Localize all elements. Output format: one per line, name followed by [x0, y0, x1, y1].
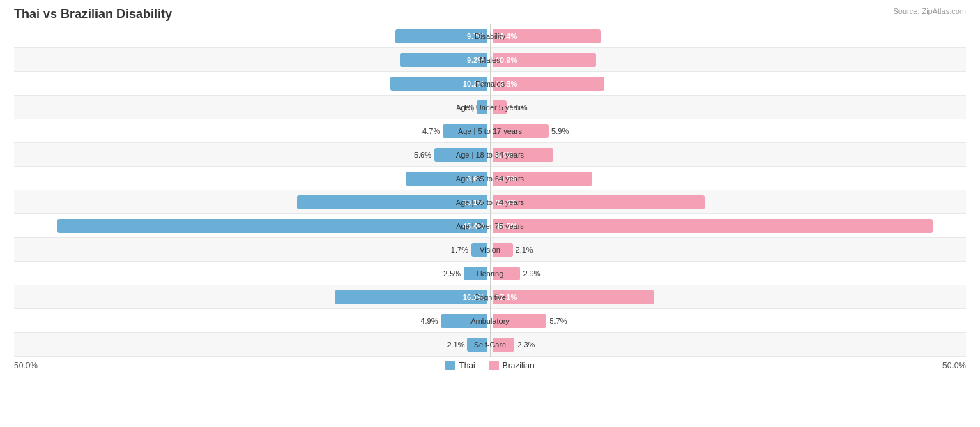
- left-side: 2.5%: [14, 262, 490, 285]
- legend-item-thai: Thai: [445, 361, 475, 370]
- source-text: Source: ZipAtlas.com: [893, 7, 966, 15]
- val-thai: 5.6%: [414, 151, 431, 159]
- val-thai: 20.1%: [463, 198, 484, 207]
- val-thai: 8.6%: [467, 174, 484, 183]
- bar-brazilian: 11.8%: [493, 77, 604, 91]
- bar-brazilian: 17.1%: [493, 290, 654, 304]
- right-side: 1.5%: [490, 96, 966, 119]
- val-thai: 4.9%: [420, 317, 438, 325]
- right-side: 11.8%: [490, 72, 966, 95]
- chart-title: Thai vs Brazilian Disability: [14, 7, 966, 22]
- right-side: 11.4%: [490, 24, 966, 47]
- bar-thai: 45.4%: [57, 219, 487, 233]
- footer-right: 50.0%: [942, 361, 966, 370]
- bar-brazilian: 11.4%: [493, 29, 601, 43]
- val-brazilian: 2.9%: [523, 269, 540, 278]
- bar-thai: [441, 314, 487, 328]
- bar-thai: [464, 267, 487, 280]
- left-side: 1.1%: [14, 96, 490, 119]
- val-brazilian: 10.9%: [496, 56, 517, 64]
- val-brazilian: 17.1%: [496, 293, 517, 301]
- bar-brazilian: 10.5%: [493, 172, 592, 186]
- val-thai: 9.7%: [467, 32, 484, 40]
- bar-thai: 16.1%: [335, 290, 487, 304]
- right-side: 5.7%: [490, 309, 966, 332]
- bar-thai: 8.6%: [406, 172, 487, 186]
- right-side: 22.4%: [490, 190, 966, 214]
- left-side: 10.2%: [14, 72, 490, 95]
- left-side: 5.6%: [14, 143, 490, 166]
- val-brazilian: 2.1%: [516, 246, 533, 254]
- val-brazilian: 11.8%: [496, 80, 517, 88]
- right-side: 5.9%: [490, 119, 966, 142]
- val-thai: 4.7%: [422, 127, 440, 135]
- val-thai: 1.7%: [451, 246, 468, 254]
- bar-thai: [477, 100, 487, 114]
- val-brazilian: 46.5%: [496, 222, 517, 230]
- bar-brazilian: [493, 243, 513, 257]
- bar-brazilian: 46.5%: [493, 219, 933, 233]
- left-side: 16.1%: [14, 285, 490, 308]
- val-brazilian: 2.3%: [517, 340, 535, 349]
- val-thai: 9.2%: [467, 56, 484, 64]
- left-side: 8.6%: [14, 167, 490, 190]
- val-thai: 45.4%: [463, 222, 484, 230]
- bar-thai: [471, 243, 487, 257]
- left-side: 9.7%: [14, 24, 490, 47]
- val-brazilian: 5.9%: [551, 127, 569, 135]
- legend-label-brazilian: Brazilian: [503, 361, 535, 370]
- legend-item-brazilian: Brazilian: [489, 361, 535, 370]
- bar-thai: [434, 148, 487, 162]
- axis-line: [490, 24, 491, 357]
- left-side: 4.7%: [14, 119, 490, 142]
- bar-thai: 9.7%: [395, 29, 487, 43]
- bar-brazilian: [493, 338, 514, 352]
- val-brazilian: 11.4%: [496, 32, 517, 40]
- val-brazilian: 5.7%: [549, 317, 567, 325]
- right-side: 46.5%: [490, 214, 966, 237]
- bar-brazilian: [493, 314, 546, 328]
- chart-area: 9.7% Disability 11.4% 9.2% Males 10.9% 1…: [14, 24, 966, 357]
- legend-box-brazilian: [489, 361, 499, 370]
- right-side: 2.3%: [490, 333, 966, 356]
- val-thai: 16.1%: [463, 293, 484, 301]
- bar-brazilian: 6.4%: [493, 148, 553, 162]
- val-brazilian: 22.4%: [496, 198, 517, 207]
- val-brazilian: 1.5%: [510, 103, 527, 112]
- val-thai: 10.2%: [463, 80, 484, 88]
- footer: 50.0% Thai Brazilian 50.0%: [14, 361, 966, 370]
- legend-label-thai: Thai: [459, 361, 475, 370]
- right-side: 10.5%: [490, 167, 966, 190]
- chart-container: Thai vs Brazilian Disability Source: Zip…: [0, 0, 980, 427]
- bar-brazilian: [493, 267, 520, 280]
- val-thai: 2.5%: [443, 269, 461, 278]
- legend: Thai Brazilian: [445, 361, 534, 370]
- legend-box-thai: [445, 361, 455, 370]
- bar-thai: 20.1%: [297, 195, 487, 209]
- left-side: 2.1%: [14, 333, 490, 356]
- right-side: 10.9%: [490, 48, 966, 71]
- bar-brazilian: [493, 100, 507, 114]
- bar-brazilian: [493, 124, 549, 138]
- footer-left: 50.0%: [14, 361, 38, 370]
- val-brazilian: 10.5%: [496, 174, 517, 183]
- left-side: 20.1%: [14, 190, 490, 214]
- bar-thai: [443, 124, 487, 138]
- val-brazilian: 6.4%: [496, 151, 513, 159]
- val-thai: 1.1%: [457, 103, 474, 112]
- right-side: 2.1%: [490, 238, 966, 261]
- bar-brazilian: 10.9%: [493, 53, 596, 67]
- bar-thai: [467, 338, 487, 352]
- left-side: 9.2%: [14, 48, 490, 71]
- right-side: 17.1%: [490, 285, 966, 308]
- val-thai: 2.1%: [447, 340, 464, 349]
- left-side: 45.4%: [14, 214, 490, 237]
- right-side: 2.9%: [490, 262, 966, 285]
- left-side: 1.7%: [14, 238, 490, 261]
- bar-brazilian: 22.4%: [493, 195, 705, 209]
- right-side: 6.4%: [490, 143, 966, 166]
- bar-thai: 10.2%: [390, 77, 487, 91]
- left-side: 4.9%: [14, 309, 490, 332]
- bar-thai: 9.2%: [400, 53, 487, 67]
